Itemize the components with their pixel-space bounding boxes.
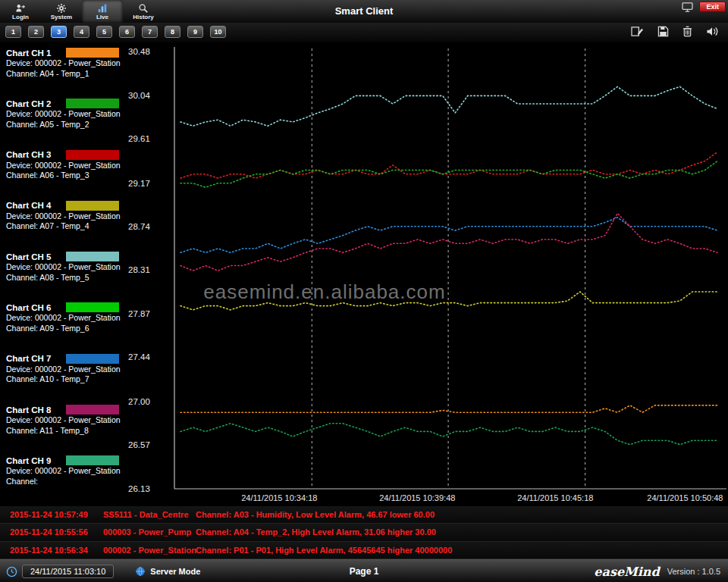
channel-color-swatch — [66, 455, 119, 465]
alarm-device: 000003 - Power_Pump — [103, 527, 191, 537]
y-axis-label: 26.13 — [128, 484, 150, 493]
channel-item[interactable]: Chart CH 5Device: 000002 - Power_Station… — [0, 248, 124, 299]
status-bar: 24/11/2015 11:03:10 Server Mode Page 1 e… — [0, 559, 728, 582]
channel-name: Channel: A07 - Temp_4 — [0, 221, 124, 232]
alarm-message: Channel: A03 - Humidity, Low Level Alarm… — [196, 510, 435, 519]
channel-item[interactable]: Chart CH 8Device: 000002 - Power_Station… — [0, 401, 124, 452]
x-axis-label: 24/11/2015 10:45:18 — [517, 493, 593, 502]
y-axis-label: 26.57 — [128, 440, 150, 449]
channel-color-swatch — [66, 354, 119, 364]
page-button-9[interactable]: 9 — [187, 26, 203, 38]
channel-item[interactable]: Chart CH 9Device: 000002 - Power_Station… — [0, 452, 124, 502]
channel-name: Channel: A09 - Temp_6 — [0, 324, 124, 334]
channel-name: Channel: — [0, 477, 124, 487]
alarm-device: 000002 - Power_Station — [103, 546, 196, 555]
channel-name: Channel: A04 - Temp_1 — [0, 69, 124, 80]
alarm-row[interactable]: 2015-11-24 10:57:49SS5111 - Data_CentreC… — [0, 506, 728, 524]
channel-title: Chart CH 5 — [0, 252, 66, 261]
channel-color-swatch — [66, 150, 119, 160]
x-axis-label: 24/11/2015 10:50:48 — [647, 493, 723, 502]
toolbar: LoginSystemLiveHistory — [0, 0, 164, 23]
alarm-device: SS5111 - Data_Centre — [103, 510, 189, 519]
channel-device: Device: 000002 - Power_Station — [0, 415, 124, 426]
channel-title: Chart CH 3 — [0, 150, 66, 159]
exit-button[interactable]: Exit — [699, 2, 726, 12]
x-axis-label: 24/11/2015 10:39:48 — [379, 493, 455, 502]
page-button-6[interactable]: 6 — [119, 26, 135, 38]
y-axis-label: 28.31 — [128, 265, 150, 274]
channel-name: Channel: A06 - Temp_3 — [0, 171, 124, 181]
page-indicator: Page 1 — [350, 560, 379, 582]
system-icon — [56, 3, 67, 14]
page-button-10[interactable]: 10 — [210, 26, 226, 38]
page-button-2[interactable]: 2 — [28, 26, 44, 38]
server-mode-icon — [135, 566, 146, 577]
tool-button-label: History — [133, 14, 154, 20]
channel-item[interactable]: Chart CH 2Device: 000002 - Power_Station… — [0, 95, 124, 146]
channel-title: Chart CH 9 — [0, 456, 66, 465]
server-mode-label: Server Mode — [150, 567, 200, 576]
alarm-row[interactable]: 2015-11-24 10:56:34000002 - Power_Statio… — [0, 542, 728, 559]
channel-legend: Chart CH 1Device: 000002 - Power_Station… — [0, 44, 124, 503]
alarm-list: 2015-11-24 10:57:49SS5111 - Data_CentreC… — [0, 506, 728, 559]
channel-device: Device: 000002 - Power_Station — [0, 211, 124, 222]
y-axis-label: 29.61 — [128, 134, 150, 143]
tool-button-label: System — [51, 14, 72, 20]
chart-plot: easemind.en.alibaba.com24/11/2015 10:34:… — [173, 42, 728, 506]
tool-button-system[interactable]: System — [41, 0, 82, 23]
page-buttons: 12345678910 — [5, 26, 226, 38]
page-button-7[interactable]: 7 — [142, 26, 158, 38]
alarm-time: 2015-11-24 10:55:56 — [10, 527, 88, 537]
tool-button-login[interactable]: Login — [0, 0, 41, 23]
monitor-icon[interactable] — [682, 2, 693, 12]
alarm-time: 2015-11-24 10:56:34 — [10, 546, 88, 555]
channel-title: Chart CH 6 — [0, 303, 66, 312]
channel-name: Channel: A05 - Temp_2 — [0, 120, 124, 130]
channel-color-swatch — [66, 201, 119, 211]
chart-toolbar — [631, 26, 719, 37]
y-axis-label: 29.17 — [128, 179, 150, 188]
status-datetime: 24/11/2015 11:03:10 — [22, 565, 114, 578]
channel-device: Device: 000002 - Power_Station — [0, 58, 124, 69]
y-axis-label: 30.04 — [128, 91, 150, 100]
delete-icon[interactable] — [682, 26, 692, 37]
channel-color-swatch — [66, 99, 119, 108]
speaker-icon[interactable] — [706, 26, 719, 37]
channel-device: Device: 000002 - Power_Station — [0, 365, 124, 375]
save-icon[interactable] — [657, 26, 669, 37]
page-button-4[interactable]: 4 — [74, 26, 89, 38]
channel-item[interactable]: Chart CH 4Device: 000002 - Power_Station… — [0, 197, 124, 248]
watermark: easemind.en.alibaba.com — [203, 280, 445, 303]
y-axis: 30.4830.0429.6129.1728.7428.3127.8727.44… — [124, 42, 173, 506]
top-bar: LoginSystemLiveHistory Smart Client Exit — [0, 0, 728, 23]
page-button-8[interactable]: 8 — [165, 26, 180, 38]
channel-item[interactable]: Chart CH 3Device: 000002 - Power_Station… — [0, 146, 124, 197]
page-button-3[interactable]: 3 — [51, 26, 67, 38]
tool-button-live[interactable]: Live — [82, 0, 123, 23]
version-label: Version : 1.0.5 — [667, 567, 720, 576]
channel-item[interactable]: Chart CH 7Device: 000002 - Power_Station… — [0, 350, 124, 401]
page-button-5[interactable]: 5 — [96, 26, 112, 38]
channel-device: Device: 000002 - Power_Station — [0, 109, 124, 120]
channel-item[interactable]: Chart CH 1Device: 000002 - Power_Station… — [0, 44, 124, 95]
clock-icon — [6, 566, 17, 577]
page-button-1[interactable]: 1 — [5, 26, 21, 38]
channel-item[interactable]: Chart CH 6Device: 000002 - Power_Station… — [0, 299, 124, 349]
live-chart: easemind.en.alibaba.com24/11/2015 10:34:… — [173, 42, 728, 506]
channel-color-swatch — [66, 48, 119, 58]
tool-button-history[interactable]: History — [123, 0, 164, 23]
channel-color-swatch — [66, 302, 119, 312]
channel-name: Channel: A11 - Temp_8 — [0, 426, 124, 436]
channel-title: Chart CH 7 — [0, 354, 66, 363]
x-axis-label: 24/11/2015 10:34:18 — [241, 493, 317, 502]
edit-icon[interactable] — [631, 26, 644, 37]
channel-device: Device: 000002 - Power_Station — [0, 313, 124, 324]
channel-title: Chart CH 1 — [0, 48, 66, 58]
channel-name: Channel: A08 - Temp_5 — [0, 273, 124, 283]
tool-button-label: Live — [96, 14, 108, 20]
y-axis-label: 27.87 — [128, 309, 150, 318]
login-icon — [15, 3, 26, 14]
tool-button-label: Login — [12, 14, 29, 20]
alarm-row[interactable]: 2015-11-24 10:55:56000003 - Power_PumpCh… — [0, 524, 728, 541]
chart-region: Chart CH 1Device: 000002 - Power_Station… — [0, 42, 728, 506]
